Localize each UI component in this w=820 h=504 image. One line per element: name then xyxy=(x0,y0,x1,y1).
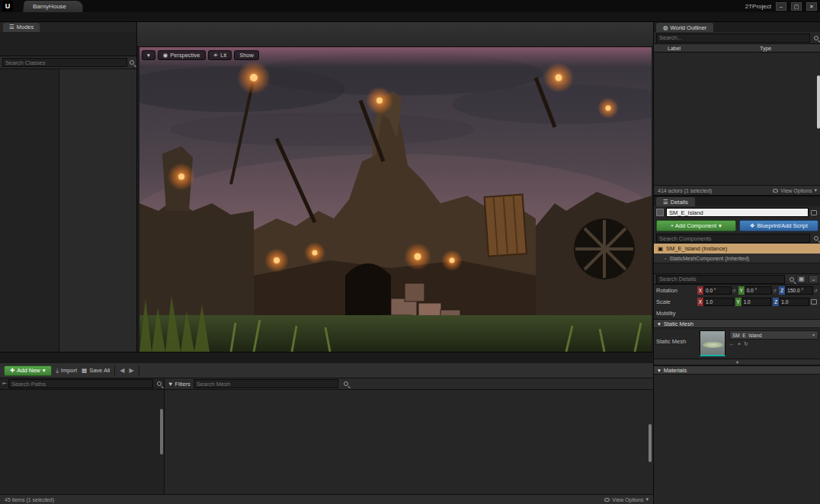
search-icon xyxy=(814,36,818,40)
outliner-scrollbar[interactable] xyxy=(817,75,820,129)
globe-icon: ◍ xyxy=(663,24,668,31)
reset-icon[interactable]: ↻ xyxy=(744,341,748,347)
actor-name-field[interactable] xyxy=(666,208,809,217)
level-tab[interactable]: BarnyHouse xyxy=(23,1,84,12)
search-icon xyxy=(157,381,162,386)
mesh-component-icon: ▣ xyxy=(658,245,663,252)
use-selected-icon[interactable]: ← xyxy=(729,341,735,347)
scale-row: Scale X1.0 Y1.0 Z1.0 xyxy=(654,296,820,308)
mode-switcher xyxy=(0,32,136,56)
rotation-z-field[interactable]: 150.0 ° xyxy=(785,286,813,295)
filters-button[interactable]: ▼Filters xyxy=(168,381,191,388)
main-toolbar xyxy=(137,22,653,47)
blueprint-add-script-button[interactable]: ❖Blueprint/Add Script xyxy=(739,220,819,231)
details-settings-icon[interactable]: ⌄ xyxy=(809,275,818,283)
level-viewport[interactable]: ▾ ◉Perspective ☀Lit Show xyxy=(139,47,652,352)
filter-icon: ▼ xyxy=(168,381,173,388)
unreal-logo-icon: U xyxy=(2,1,13,11)
y-axis-tag: Y xyxy=(738,286,745,295)
add-new-button[interactable]: ✚Add New▾ xyxy=(4,365,52,376)
cb-view-options[interactable]: View Options ▾ xyxy=(604,496,649,502)
rotation-x-field[interactable]: 0.0 ° xyxy=(703,286,732,295)
details-expander[interactable]: ▼ xyxy=(654,359,820,365)
camera-menu-button[interactable]: ◉Perspective xyxy=(158,50,206,60)
scale-z-field[interactable]: 1.0 xyxy=(779,298,809,306)
property-matrix-icon[interactable]: ▦ xyxy=(796,275,806,283)
forward-button[interactable]: ▶ xyxy=(129,367,133,374)
component-root-row[interactable]: ▣SM_E_Island (Instance) xyxy=(654,244,820,254)
add-component-button[interactable]: + Add Component▾ xyxy=(656,220,736,231)
eye-icon xyxy=(604,498,610,502)
reset-icon[interactable]: ↺ xyxy=(732,288,737,293)
materials-section-header[interactable]: ▾Materials xyxy=(654,365,820,375)
uniform-scale-lock-icon[interactable] xyxy=(811,299,817,305)
world-outliner-tab[interactable]: ◍World Outliner xyxy=(656,23,713,32)
rotation-y-field[interactable]: 0.0 ° xyxy=(745,286,773,295)
unreal-editor-window: U BarnyHouse 2TProject – ▢ ✕ ☰Modes xyxy=(0,0,820,504)
show-menu-button[interactable]: Show xyxy=(234,50,259,60)
content-browser-panel: ✚Add New▾ ⤓Import ▦Save All ◀ ▶ ⇤ ▼Fi xyxy=(0,352,653,504)
details-tab[interactable]: ☰Details xyxy=(656,197,695,206)
import-button[interactable]: ⤓Import xyxy=(56,367,78,375)
x-axis-tag: X xyxy=(697,298,703,306)
import-icon: ⤓ xyxy=(56,367,59,375)
outliner-actor-count: 414 actors (1 selected) xyxy=(658,188,712,193)
search-classes-input[interactable] xyxy=(2,58,127,67)
save-icon: ▦ xyxy=(82,367,87,374)
x-axis-tag: X xyxy=(697,286,703,295)
scale-y-field[interactable]: 1.0 xyxy=(742,298,772,306)
viewport-options-button[interactable]: ▾ xyxy=(142,50,155,60)
search-icon xyxy=(344,381,348,386)
outliner-view-options[interactable]: View Options ▾ xyxy=(773,187,817,193)
save-all-button[interactable]: ▦Save All xyxy=(82,367,110,374)
scale-x-field[interactable]: 1.0 xyxy=(703,298,734,306)
viewport-scene xyxy=(139,47,652,352)
title-bar: U BarnyHouse 2TProject – ▢ ✕ xyxy=(0,0,820,12)
close-button[interactable]: ✕ xyxy=(806,2,817,11)
sources-panel: ⇤ xyxy=(0,378,165,494)
level-tab-label: BarnyHouse xyxy=(33,3,66,10)
search-icon xyxy=(814,236,818,241)
lit-icon: ☀ xyxy=(213,52,219,59)
search-paths-input[interactable] xyxy=(8,379,153,388)
search-assets-input[interactable] xyxy=(194,379,338,388)
assets-scrollbar[interactable] xyxy=(649,424,652,462)
plus-icon: ✚ xyxy=(10,367,14,374)
caret-down-icon: ▾ xyxy=(43,367,46,374)
static-mesh-section-header[interactable]: ▾Static Mesh xyxy=(654,319,820,328)
component-child-row[interactable]: ▫StaticMeshComponent (Inherited) xyxy=(654,254,820,263)
asset-view: ▼Filters xyxy=(165,378,653,494)
actor-type-icon xyxy=(656,209,664,216)
lock-icon[interactable] xyxy=(811,210,817,215)
reset-icon[interactable]: ↺ xyxy=(772,288,777,293)
view-mode-button[interactable]: ☀Lit xyxy=(208,50,232,60)
outliner-column-label[interactable]: Label xyxy=(654,46,760,51)
static-mesh-property-row: Static Mesh SM_E_Island▼ ←⌖↻ xyxy=(654,328,820,359)
tree-scrollbar[interactable] xyxy=(160,409,163,455)
project-name: 2TProject xyxy=(745,3,771,10)
maximize-button[interactable]: ▢ xyxy=(791,2,802,11)
blueprint-icon: ❖ xyxy=(750,222,755,229)
menu-bar xyxy=(0,12,820,22)
static-mesh-component-icon: ▫ xyxy=(665,256,666,261)
modes-tab[interactable]: ☰Modes xyxy=(3,23,40,32)
search-details-input[interactable] xyxy=(656,275,785,284)
caret-down-icon: ▾ xyxy=(658,321,661,327)
static-mesh-thumbnail[interactable] xyxy=(700,330,726,356)
outliner-search-input[interactable] xyxy=(656,33,810,43)
reset-icon[interactable]: ↺ xyxy=(813,288,818,293)
rotation-row: Rotation X0.0 °↺ Y0.0 °↺ Z150.0 °↺ xyxy=(654,285,820,296)
back-button[interactable]: ◀ xyxy=(120,367,124,374)
sources-toggle-icon[interactable]: ⇤ xyxy=(2,381,7,387)
search-icon xyxy=(790,277,794,282)
browse-icon[interactable]: ⌖ xyxy=(738,341,741,347)
viewport-toolbar: ▾ ◉Perspective ☀Lit Show xyxy=(142,49,649,61)
right-panel-column: ◍World Outliner Label Type 414 actors (1… xyxy=(653,22,820,504)
minimize-button[interactable]: – xyxy=(776,2,786,11)
details-icon: ☰ xyxy=(663,199,668,206)
search-components-input[interactable] xyxy=(656,234,810,243)
outliner-column-type[interactable]: Type xyxy=(760,46,820,51)
static-mesh-combobox[interactable]: SM_E_Island▼ xyxy=(729,330,818,340)
details-panel: ☰Details + Add Component▾ ❖Blueprint/Add… xyxy=(654,196,820,504)
z-axis-tag: Z xyxy=(779,286,785,295)
